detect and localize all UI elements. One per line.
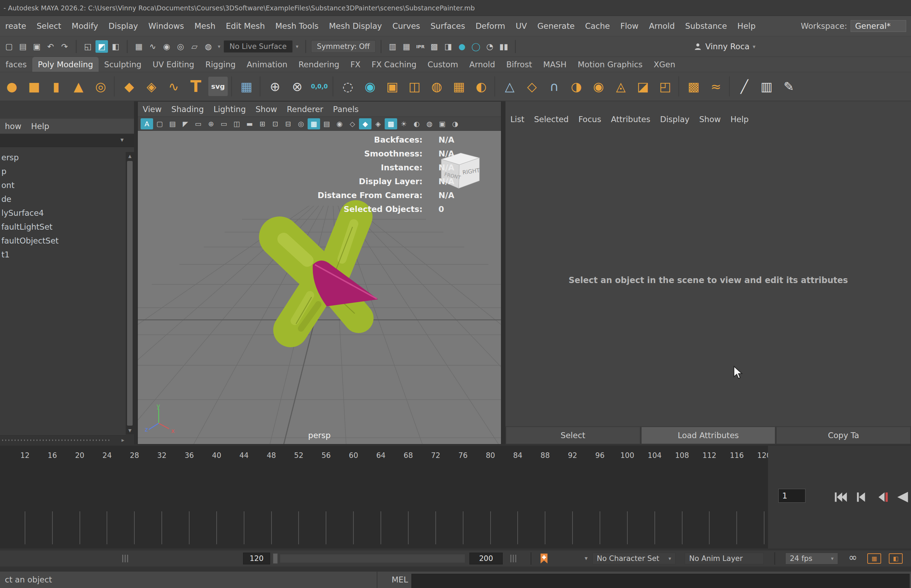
bookmark-caret-icon[interactable]: ▾ bbox=[585, 555, 588, 562]
make-object-live-icon[interactable]: ◉ bbox=[360, 77, 380, 96]
redo-icon[interactable]: ↷ bbox=[58, 40, 71, 53]
shelf-tab-motion-graphics[interactable]: Motion Graphics bbox=[572, 57, 648, 72]
time-slider-track[interactable]: 1216202428323640444852566064687276808488… bbox=[0, 446, 768, 548]
viewport-menu-renderer[interactable]: Renderer bbox=[282, 105, 328, 114]
poly-type-icon[interactable]: T bbox=[186, 77, 206, 96]
animation-preferences-icon[interactable]: ◧ bbox=[889, 553, 903, 564]
snap-to-point-icon[interactable]: ◉ bbox=[160, 40, 173, 53]
scroll-right-icon[interactable]: ▸ bbox=[122, 436, 124, 445]
render-sequence-icon[interactable]: ▩ bbox=[428, 40, 441, 53]
frame-all-icon[interactable]: ◎ bbox=[295, 118, 307, 129]
sweep-mesh-icon[interactable]: ▦ bbox=[237, 77, 256, 96]
anim-layer-dropdown[interactable]: No Anim Layer bbox=[685, 552, 764, 564]
wireframe-mode-icon[interactable]: ◇ bbox=[346, 118, 359, 129]
outliner-item-ont[interactable]: ont bbox=[0, 178, 134, 192]
ae-menu-list[interactable]: List bbox=[506, 115, 529, 124]
menu-curves[interactable]: Curves bbox=[387, 21, 425, 31]
exposure-icon[interactable]: ◑ bbox=[449, 118, 461, 129]
menu-flow[interactable]: Flow bbox=[615, 21, 644, 31]
step-back-frame-button[interactable] bbox=[853, 489, 869, 505]
textured-mode-icon[interactable]: ◈ bbox=[372, 118, 384, 129]
lattice-icon[interactable]: ▩ bbox=[684, 77, 704, 96]
current-frame-field[interactable]: 1 bbox=[778, 489, 806, 502]
menu-modify[interactable]: Modify bbox=[66, 21, 103, 31]
menu-deform[interactable]: Deform bbox=[470, 21, 511, 31]
outliner-horizontal-scrollbar[interactable]: ▸ bbox=[0, 435, 134, 444]
menu-arnold[interactable]: Arnold bbox=[644, 21, 680, 31]
hypershade-icon[interactable]: ◔ bbox=[484, 40, 496, 53]
menu-mesh-tools[interactable]: Mesh Tools bbox=[270, 21, 324, 31]
combine-icon[interactable]: ▣ bbox=[383, 77, 402, 96]
select-component-mask-icon[interactable]: ◧ bbox=[109, 40, 122, 53]
bridge-icon[interactable]: ∩ bbox=[545, 77, 564, 96]
range-slider-track[interactable] bbox=[280, 554, 465, 563]
select-button[interactable]: Select bbox=[506, 427, 640, 444]
auto-key-icon[interactable]: ▦ bbox=[867, 553, 881, 564]
snap-to-grid-icon[interactable]: ▦ bbox=[133, 40, 145, 53]
bevel-icon[interactable]: ◇ bbox=[522, 77, 541, 96]
menu-reate[interactable]: reate bbox=[0, 21, 31, 31]
menu-substance[interactable]: Substance bbox=[680, 21, 732, 31]
shelf-tab-xgen[interactable]: XGen bbox=[648, 57, 681, 72]
snapshot-icon[interactable]: ◉ bbox=[333, 118, 346, 129]
resolution-gate-icon[interactable]: ◫ bbox=[230, 118, 243, 129]
anti-aliasing-icon[interactable]: ▣ bbox=[436, 118, 449, 129]
safe-title-icon[interactable]: ⊟ bbox=[282, 118, 294, 129]
wireframe-on-shaded-icon[interactable]: ▩ bbox=[385, 118, 397, 129]
viewport-menu-shading[interactable]: Shading bbox=[167, 105, 209, 114]
menu-mesh-display[interactable]: Mesh Display bbox=[324, 21, 387, 31]
menu-cache[interactable]: Cache bbox=[580, 21, 615, 31]
mel-command-input[interactable] bbox=[412, 574, 909, 588]
separate-icon[interactable]: ◰ bbox=[655, 77, 675, 96]
ae-menu-attributes[interactable]: Attributes bbox=[606, 115, 655, 124]
bookmark-icon[interactable] bbox=[539, 552, 549, 564]
workspace-dropdown[interactable]: General* bbox=[851, 20, 906, 32]
shelf-tab-faces[interactable]: faces bbox=[0, 57, 32, 72]
menu-select[interactable]: Select bbox=[31, 21, 66, 31]
smooth-icon[interactable]: ◍ bbox=[427, 77, 446, 96]
menu-display[interactable]: Display bbox=[104, 21, 143, 31]
flip-normals-icon[interactable]: ◬ bbox=[611, 77, 631, 96]
viewport-menu-lighting[interactable]: Lighting bbox=[209, 105, 251, 114]
render-view-icon[interactable]: ▥ bbox=[386, 40, 399, 53]
live-surface-caret-icon[interactable]: ▾ bbox=[294, 40, 300, 53]
soft-modification-icon[interactable]: ≈ bbox=[706, 77, 726, 96]
axis-gizmo[interactable]: y z x bbox=[144, 404, 179, 435]
open-scene-icon[interactable]: ▤ bbox=[17, 40, 29, 53]
save-scene-icon[interactable]: ▣ bbox=[31, 40, 43, 53]
poly-cube-icon[interactable]: ■ bbox=[24, 77, 44, 96]
playback-end-field[interactable]: 120 bbox=[243, 552, 270, 564]
quad-draw-icon[interactable]: ✎ bbox=[779, 77, 799, 96]
character-set-dropdown[interactable]: No Character Set ▾ bbox=[592, 552, 676, 564]
new-scene-icon[interactable]: ▢ bbox=[3, 40, 15, 53]
copy-ta-button[interactable]: Copy Ta bbox=[776, 427, 911, 444]
outliner-item-faultlightset[interactable]: faultLightSet bbox=[0, 220, 134, 234]
grid-display-icon[interactable]: ▦ bbox=[308, 118, 320, 129]
render-current-frame-icon[interactable]: ▦ bbox=[400, 40, 413, 53]
duplicate-face-icon[interactable]: ◪ bbox=[633, 77, 653, 96]
shelf-tab-custom[interactable]: Custom bbox=[422, 57, 464, 72]
outliner-vertical-scrollbar[interactable]: ▲ ▼ bbox=[126, 152, 134, 435]
ipr-render-icon[interactable]: IPR bbox=[414, 40, 427, 53]
user-account-button[interactable]: Vinny Roca▾ bbox=[693, 42, 756, 51]
shelf-tab-uv-editing[interactable]: UV Editing bbox=[147, 57, 199, 72]
poly-cone-icon[interactable]: ▲ bbox=[69, 77, 88, 96]
snap-options-caret-icon[interactable]: ▾ bbox=[216, 40, 222, 53]
viewport-menu-view[interactable]: View bbox=[138, 105, 167, 114]
symmetry-dropdown[interactable]: Symmetry: Off bbox=[311, 40, 376, 53]
default-lighting-icon[interactable]: ☀ bbox=[397, 118, 410, 129]
poly-superellipse-icon[interactable]: ◈ bbox=[142, 77, 161, 96]
ae-menu-help[interactable]: Help bbox=[726, 115, 754, 124]
scrollbar-thumb[interactable] bbox=[127, 161, 133, 426]
film-icon[interactable]: ▤ bbox=[321, 118, 333, 129]
menu-uv[interactable]: UV bbox=[511, 21, 532, 31]
shadows-icon[interactable]: ◐ bbox=[410, 118, 423, 129]
film-gate-icon[interactable]: ▭ bbox=[218, 118, 230, 129]
go-to-start-button[interactable] bbox=[832, 489, 848, 505]
select-object-mask-icon[interactable]: ◩ bbox=[96, 40, 108, 53]
viewport-canvas[interactable]: FRONT RIGHT Backfaces:N/ASmoothness:N/AI… bbox=[138, 131, 501, 444]
poly-helix-icon[interactable]: ∿ bbox=[164, 77, 183, 96]
menu-help[interactable]: Help bbox=[732, 21, 761, 31]
display-alpha-channel-icon[interactable]: ◯ bbox=[470, 40, 482, 53]
image-plane-icon[interactable]: ▭ bbox=[192, 118, 204, 129]
